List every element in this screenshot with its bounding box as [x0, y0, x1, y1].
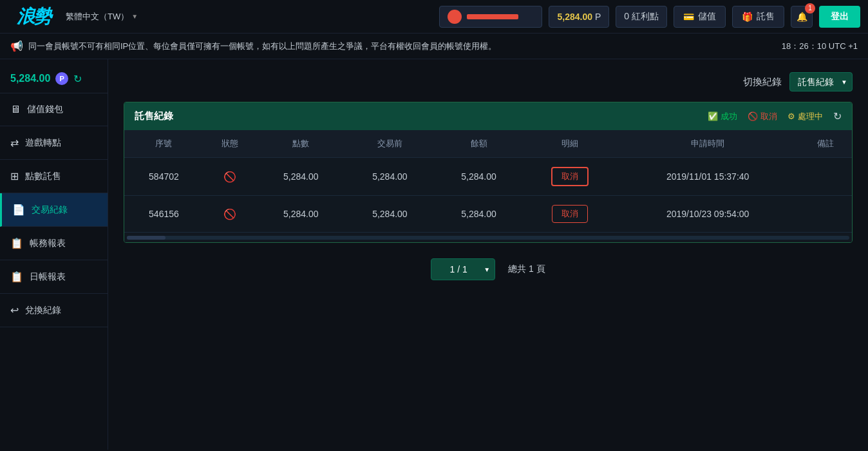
username-bar	[467, 14, 518, 19]
sidebar-item-daily-report[interactable]: 📋 日帳報表	[0, 260, 108, 294]
points-display: 5,284.00 P	[549, 6, 609, 28]
logo: 浪勢	[8, 4, 59, 30]
points-consign-icon: ⊞	[10, 170, 19, 182]
sidebar-item-label: 日帳報表	[30, 271, 66, 283]
cell-detail[interactable]: 取消	[524, 158, 617, 196]
cancel-detail-button[interactable]: 取消	[551, 167, 589, 186]
col-detail: 明細	[524, 130, 617, 158]
cancel-status-icon: 🚫	[223, 171, 236, 182]
points-amount: 5,284.00	[557, 12, 592, 22]
cell-points: 5,284.00	[256, 196, 345, 233]
col-note: 備註	[799, 130, 852, 158]
lang-arrow-icon: ▼	[131, 13, 138, 20]
sidebar-item-game-transfer[interactable]: ⇄ 遊戲轉點	[0, 126, 108, 160]
success-check-icon: ✅	[708, 111, 718, 121]
record-type-dropdown-wrapper: 託售紀錄 交易紀錄 ▼	[789, 72, 853, 91]
points-unit: P	[595, 12, 601, 22]
table-header: 序號 狀態 點數 交易前 餘額 明細 申請時間 備註	[124, 130, 852, 158]
table-scrollbar[interactable]	[124, 232, 852, 242]
switch-label: 切換紀錄	[743, 76, 782, 88]
table-row: 546156 🚫 5,284.00 5,284.00 5,284.00 取消 2…	[124, 196, 852, 233]
main-layout: 5,284.00 P ↻ 🖥 儲值錢包 ⇄ 遊戲轉點 ⊞ 點數託售 📄 交易紀錄…	[0, 59, 868, 450]
cancel-text: 取消	[760, 111, 777, 122]
sidebar-item-account-report[interactable]: 📋 帳務報表	[0, 227, 108, 260]
table-row: 584702 🚫 5,284.00 5,284.00 5,284.00 取消 2…	[124, 158, 852, 196]
cancel-detail-button[interactable]: 取消	[552, 205, 588, 223]
bonus-display: 0 紅利點	[616, 6, 667, 28]
daily-report-icon: 📋	[10, 271, 23, 283]
announcement-icon: 📢	[10, 40, 23, 52]
header: 浪勢 繁體中文（TW） ▼ 5,284.00 P 0 紅利點 💳 儲值 🎁 託售…	[0, 0, 868, 34]
deposit-wallet-icon: 🖥	[10, 104, 21, 115]
page-select-dropdown[interactable]: 1 / 1	[431, 258, 495, 280]
announcement-bar: 📢 同一會員帳號不可有相同IP位置、每位會員僅可擁有一個帳號，如有以上問題所產生…	[0, 34, 868, 59]
pagination: 1 / 1 ▼ 總共 1 頁	[124, 258, 853, 280]
table-body: 584702 🚫 5,284.00 5,284.00 5,284.00 取消 2…	[124, 158, 852, 233]
logout-button[interactable]: 登出	[819, 6, 860, 28]
sidebar-item-deposit-wallet[interactable]: 🖥 儲值錢包	[0, 93, 108, 126]
consign-records-table: 序號 狀態 點數 交易前 餘額 明細 申請時間 備註 584702 🚫 5,28…	[124, 130, 852, 232]
scroll-thumb	[127, 236, 165, 240]
table-title: 託售紀錄	[135, 110, 173, 122]
table-status-group: ✅ 成功 🚫 取消 ⚙ 處理中 ↻	[708, 110, 842, 122]
notification-badge: 1	[805, 3, 815, 14]
cell-id: 546156	[124, 196, 203, 233]
announcement-content: 📢 同一會員帳號不可有相同IP位置、每位會員僅可擁有一個帳號，如有以上問題所產生…	[10, 40, 496, 52]
announcement-time: 18：26：10 UTC +1	[782, 41, 858, 52]
scroll-track	[127, 236, 849, 240]
cancel-status-icon: 🚫	[223, 209, 236, 220]
processing-spin-icon: ⚙	[788, 111, 795, 121]
cell-note	[799, 196, 852, 233]
content-header: 切換紀錄 託售紀錄 交易紀錄 ▼	[124, 72, 853, 91]
consign-records-table-container: 託售紀錄 ✅ 成功 🚫 取消 ⚙ 處理中 ↻	[124, 102, 853, 243]
sidebar: 5,284.00 P ↻ 🖥 儲值錢包 ⇄ 遊戲轉點 ⊞ 點數託售 📄 交易紀錄…	[0, 59, 108, 450]
lang-label: 繁體中文（TW）	[66, 11, 129, 23]
processing-text: 處理中	[798, 111, 823, 122]
balance-p-icon: P	[55, 72, 68, 85]
sidebar-item-trade-records[interactable]: 📄 交易紀錄	[0, 193, 108, 227]
status-success-label: ✅ 成功	[708, 111, 737, 122]
record-type-dropdown[interactable]: 託售紀錄 交易紀錄	[789, 72, 853, 91]
page-select-wrapper: 1 / 1 ▼	[431, 258, 495, 280]
consign-icon: 🎁	[742, 12, 753, 22]
sidebar-balance-amount: 5,284.00	[10, 73, 50, 84]
success-text: 成功	[721, 111, 737, 122]
consign-button[interactable]: 🎁 託售	[732, 6, 784, 28]
cancel-x-icon: 🚫	[748, 111, 758, 121]
sidebar-item-points-consign[interactable]: ⊞ 點數託售	[0, 160, 108, 193]
total-pages-text: 總共 1 頁	[508, 264, 545, 275]
cell-note	[799, 158, 852, 196]
cell-time: 2019/11/01 15:37:40	[617, 158, 799, 196]
avatar	[448, 10, 462, 24]
status-processing-label: ⚙ 處理中	[788, 111, 823, 122]
deposit-button[interactable]: 💳 儲值	[674, 6, 726, 28]
cell-points: 5,284.00	[256, 158, 345, 196]
sidebar-item-label: 帳務報表	[30, 238, 66, 249]
logo-text: 浪勢	[17, 5, 50, 29]
refresh-balance-icon[interactable]: ↻	[73, 73, 82, 85]
sidebar-item-label: 儲值錢包	[27, 104, 63, 115]
cell-balance: 5,284.00	[434, 158, 523, 196]
language-selector[interactable]: 繁體中文（TW） ▼	[66, 11, 138, 23]
col-points: 點數	[256, 130, 345, 158]
cell-status: 🚫	[203, 158, 256, 196]
deposit-label: 儲值	[698, 11, 716, 23]
table-header-row: 託售紀錄 ✅ 成功 🚫 取消 ⚙ 處理中 ↻	[124, 102, 852, 130]
user-info-box	[439, 6, 542, 28]
deposit-icon: 💳	[683, 12, 694, 22]
trade-records-icon: 📄	[12, 204, 25, 216]
cell-balance: 5,284.00	[434, 196, 523, 233]
exchange-records-icon: ↩	[10, 304, 19, 316]
table-refresh-icon[interactable]: ↻	[833, 110, 842, 122]
sidebar-item-exchange-records[interactable]: ↩ 兌換紀錄	[0, 294, 108, 327]
cell-detail[interactable]: 取消	[524, 196, 617, 233]
status-cancel-label: 🚫 取消	[748, 111, 777, 122]
notification-button[interactable]: 🔔 1	[791, 6, 813, 28]
cell-id: 584702	[124, 158, 203, 196]
sidebar-item-label: 交易紀錄	[32, 204, 68, 216]
announcement-text: 同一會員帳號不可有相同IP位置、每位會員僅可擁有一個帳號，如有以上問題所產生之爭…	[28, 41, 496, 52]
cell-time: 2019/10/23 09:54:00	[617, 196, 799, 233]
sidebar-item-label: 兌換紀錄	[25, 305, 61, 316]
consign-label: 託售	[757, 11, 775, 23]
col-balance: 餘額	[434, 130, 523, 158]
